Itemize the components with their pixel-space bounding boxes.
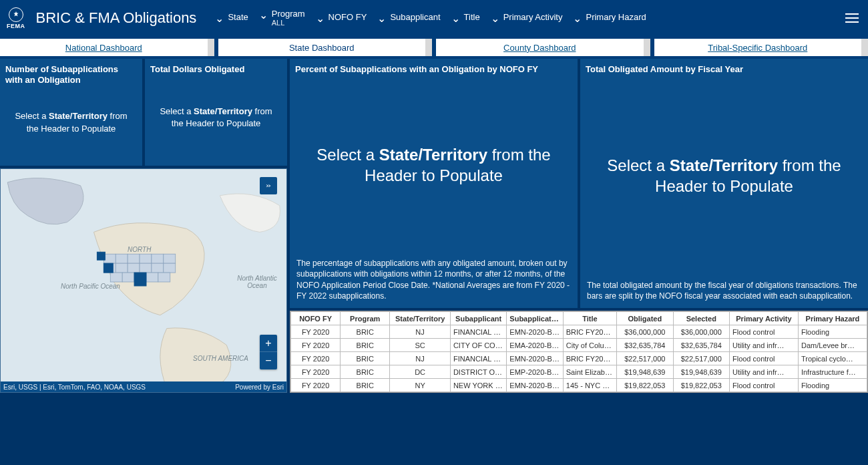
table-cell: FY 2020 [291,325,341,339]
tab-resize-handle[interactable] [861,39,868,56]
svg-rect-11 [116,263,128,273]
table-cell: City of Colum… [563,339,616,352]
column-header[interactable]: State/Territory [390,312,451,325]
map-label-atlantic: North Atlantic Ocean [228,275,286,289]
column-header[interactable]: Primary Activity [729,312,798,325]
tab-resize-handle[interactable] [644,39,650,56]
filter-label: Program [272,9,305,19]
filter-label: Title [464,12,480,23]
filter-subapplicant[interactable]: ⌄Subapplicant [372,12,445,24]
hamburger-menu-button[interactable] [843,9,861,27]
table-cell: EMP-2020-BR… [507,365,563,379]
tab-county-dashboard[interactable]: County Dashboard [436,39,644,56]
table-cell: DISTRICT OF … [450,365,506,379]
filter-nofo-fy[interactable]: ⌄NOFO FY [310,12,373,24]
filter-title[interactable]: ⌄Title [446,12,485,24]
column-header[interactable]: Obligated [617,312,673,325]
tab-state-dashboard[interactable]: State Dashboard [218,39,426,56]
table-cell: $19,822,053 [673,379,729,392]
filter-primary-activity[interactable]: ⌄Primary Activity [485,12,568,24]
column-header[interactable]: Subapplicant [450,312,506,325]
chevron-down-icon: ⌄ [259,10,268,21]
table-cell: Flooding [798,325,867,339]
zoom-out-button[interactable]: − [260,352,277,369]
map-panel[interactable]: NORTH SOUTH AMERICA North Pacific Ocean … [0,168,287,393]
svg-rect-17 [122,273,134,282]
svg-rect-16 [110,273,122,282]
column-header[interactable]: NOFO FY [291,312,341,325]
table-cell: SC [390,339,451,352]
table-cell: BRIC [341,339,390,352]
svg-rect-21 [134,273,146,286]
filter-value: ALL [272,19,305,27]
table-cell: BRIC [341,379,390,392]
tab-resize-handle[interactable] [208,39,214,56]
map-label-pacific: North Pacific Ocean [61,283,120,290]
chevron-down-icon: ⌄ [377,13,386,24]
fema-seal-icon [9,7,23,22]
table-row[interactable]: FY 2020BRICNJFINANCIAL M…EMN-2020-BR…BRI… [291,352,867,365]
card-total-dollars: Total Dollars Obligated Select a State/T… [145,59,287,166]
map-expand-button[interactable]: » [260,177,277,194]
filter-label: Subapplicant [390,12,440,23]
column-header[interactable]: Title [563,312,616,325]
column-header[interactable]: Selected [673,312,729,325]
svg-rect-23 [97,252,105,260]
table-cell: EMA-2020-BR… [507,339,563,352]
filter-program[interactable]: ⌄ProgramALL [254,9,310,28]
column-header[interactable]: Program [341,312,390,325]
table-cell: EMN-2020-BR… [507,352,563,365]
fema-logo-text: FEMA [7,23,25,29]
map-label-south: SOUTH AMERICA [193,355,248,362]
table-cell: Flood control [729,379,798,392]
filter-label: State [228,12,248,23]
table-cell: FY 2020 [291,339,341,352]
placeholder-text: Select a State/Territory from the Header… [586,155,863,196]
placeholder-text: Select a State/Territory from the Header… [295,144,572,186]
table-cell: BRIC FY2020 … [563,352,616,365]
chevron-down-icon: ⌄ [451,13,460,24]
table-cell: EMN-2020-BR… [507,325,563,339]
table-cell: BRIC [341,352,390,365]
svg-rect-8 [152,254,164,263]
data-table[interactable]: NOFO FYProgramState/TerritorySubapplican… [290,311,868,393]
table-cell: Tropical cyclo… [798,352,867,365]
svg-rect-6 [128,254,140,263]
table-cell: NJ [390,352,451,365]
table-cell: $19,948,639 [617,365,673,379]
table-cell: DC [390,365,451,379]
app-title: BRIC & FMA Obligations [36,9,197,27]
svg-rect-15 [164,263,176,273]
app-header: FEMA BRIC & FMA Obligations ⌄State⌄Progr… [0,0,868,36]
table-row[interactable]: FY 2020BRICDCDISTRICT OF …EMP-2020-BR…Sa… [291,365,867,379]
table-cell: NEW YORK CI… [450,379,506,392]
table-cell: $22,517,000 [617,352,673,365]
table-row[interactable]: FY 2020BRICNYNEW YORK CI…EMN-2020-BR…145… [291,379,867,392]
svg-rect-13 [140,263,152,273]
svg-rect-14 [152,263,164,273]
card-description: The percentage of subapplications with a… [295,255,572,303]
table-cell: FINANCIAL M… [450,352,506,365]
zoom-in-button[interactable]: + [260,335,277,352]
filter-primary-hazard[interactable]: ⌄Primary Hazard [568,12,651,24]
filter-bar: ⌄State⌄ProgramALL⌄NOFO FY⌄Subapplicant⌄T… [210,9,836,28]
table-cell: $32,635,784 [673,339,729,352]
filter-label: Primary Activity [503,12,563,23]
table-cell: FY 2020 [291,352,341,365]
chevron-down-icon: ⌄ [491,13,499,24]
table-row[interactable]: FY 2020BRICSCCITY OF COL…EMA-2020-BR…Cit… [291,339,867,352]
column-header[interactable]: Subapplicatio… [507,312,563,325]
tab-tribal-specific-dashboard[interactable]: Tribal-Specific Dashboard [654,39,862,56]
table-cell: FY 2020 [291,365,341,379]
map-zoom-controls: + − [260,335,277,369]
filter-state[interactable]: ⌄State [210,12,253,24]
column-header[interactable]: Primary Hazard [798,312,867,325]
tab-national-dashboard[interactable]: National Dashboard [0,39,208,56]
placeholder-text: Select a State/Territory from the Header… [5,85,137,160]
table-row[interactable]: FY 2020BRICNJFINANCIAL M…EMN-2020-BR…BRI… [291,325,867,339]
map-attribution: Esri, USGS | Esri, TomTom, FAO, NOAA, US… [1,381,286,392]
map-attribution-left: Esri, USGS | Esri, TomTom, FAO, NOAA, US… [3,383,146,391]
card-total-by-fy: Total Obligated Amount by Fiscal Year Se… [580,59,868,308]
tab-resize-handle[interactable] [425,39,432,56]
chevron-down-icon: ⌄ [316,13,324,24]
